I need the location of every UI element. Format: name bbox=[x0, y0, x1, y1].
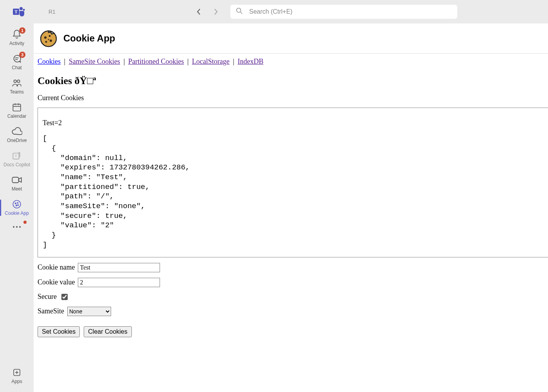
title-bar: T R1 bbox=[0, 0, 548, 23]
svg-point-24 bbox=[19, 226, 21, 228]
sidebar-item-label: Cookie App bbox=[5, 210, 29, 216]
button-row: Set Cookies Clear Cookies bbox=[38, 326, 548, 337]
current-cookies-label: Current Cookies bbox=[38, 94, 548, 102]
sidebar-item-teams[interactable]: Teams bbox=[0, 74, 34, 99]
bell-icon: 1 bbox=[11, 29, 22, 40]
ring-tag: R1 bbox=[49, 9, 56, 15]
cookie-json: [ { "domain": null, "expires": 173278039… bbox=[43, 134, 543, 250]
sidebar-item-label: Calendar bbox=[7, 113, 27, 119]
svg-point-20 bbox=[16, 205, 17, 206]
samesite-row: SameSite None Lax Strict bbox=[38, 307, 548, 316]
nav-link-indexdb[interactable]: IndexDB bbox=[237, 58, 263, 65]
sidebar-item-calendar[interactable]: Calendar bbox=[0, 99, 34, 123]
clear-cookies-button[interactable]: Clear Cookies bbox=[84, 326, 131, 337]
teams-logo-icon: T bbox=[13, 5, 25, 18]
svg-text:T: T bbox=[14, 9, 18, 14]
sidebar-item-more[interactable] bbox=[0, 220, 34, 235]
sidebar-item-label: Meet bbox=[12, 186, 22, 192]
svg-point-19 bbox=[17, 203, 18, 203]
forward-button[interactable] bbox=[213, 9, 219, 14]
app-header: Cookie App bbox=[34, 23, 548, 54]
chat-icon: 3 bbox=[11, 53, 22, 64]
app-title: Cookie App bbox=[63, 33, 115, 44]
nav-link-samesite[interactable]: SameSite Cookies bbox=[69, 58, 120, 65]
back-button[interactable] bbox=[196, 9, 201, 14]
svg-point-17 bbox=[13, 200, 21, 208]
cookie-value-input[interactable] bbox=[78, 278, 160, 287]
svg-point-23 bbox=[16, 226, 18, 228]
cookie-app-logo-icon bbox=[39, 29, 58, 48]
sidebar-item-activity[interactable]: 1 Activity bbox=[0, 26, 34, 50]
nav-separator: | bbox=[184, 58, 192, 65]
cookie-summary: Test=2 bbox=[43, 119, 62, 127]
svg-point-18 bbox=[15, 203, 16, 204]
history-nav bbox=[196, 9, 219, 14]
secure-row: Secure bbox=[38, 293, 548, 301]
nav-link-cookies[interactable]: Cookies bbox=[38, 58, 61, 65]
svg-rect-16 bbox=[12, 177, 18, 183]
sidebar-item-apps[interactable]: Apps bbox=[0, 364, 34, 388]
search-input[interactable] bbox=[248, 8, 452, 16]
samesite-label: SameSite bbox=[38, 307, 64, 315]
svg-text:T: T bbox=[15, 154, 17, 158]
people-icon bbox=[11, 77, 22, 88]
svg-point-22 bbox=[13, 226, 14, 228]
sidebar-item-cookie-app[interactable]: Cookie App bbox=[0, 196, 34, 220]
cookie-value-label: Cookie value bbox=[38, 278, 75, 286]
sidebar-item-label: Docs Copilot bbox=[4, 162, 30, 167]
docs-copilot-icon: T bbox=[11, 150, 22, 161]
svg-point-31 bbox=[50, 40, 52, 42]
nav-separator: | bbox=[61, 58, 69, 65]
video-icon bbox=[11, 174, 22, 185]
cookie-icon bbox=[11, 199, 22, 210]
apps-icon bbox=[11, 367, 22, 378]
sidebar-item-docs-copilot[interactable]: T Docs Copilot bbox=[0, 147, 34, 171]
svg-point-2 bbox=[20, 7, 23, 10]
nav-separator: | bbox=[120, 58, 128, 65]
page-heading: Cookies ðŸ□ª bbox=[38, 75, 548, 87]
calendar-icon bbox=[11, 102, 22, 113]
nav-link-partitioned[interactable]: Partitioned Cookies bbox=[128, 58, 184, 65]
sidebar-item-label: Activity bbox=[9, 41, 24, 46]
chat-badge: 3 bbox=[19, 52, 25, 58]
sidebar-item-label: OneDrive bbox=[7, 138, 27, 143]
set-cookies-button[interactable]: Set Cookies bbox=[38, 326, 80, 337]
nav-link-localstorage[interactable]: LocalStorage bbox=[192, 58, 230, 65]
main-content: Cookie App Cookies | SameSite Cookies | … bbox=[34, 23, 548, 392]
svg-point-8 bbox=[14, 80, 16, 83]
svg-point-32 bbox=[45, 41, 47, 43]
notification-dot-icon bbox=[23, 221, 27, 224]
svg-point-29 bbox=[44, 36, 47, 39]
search-box[interactable] bbox=[230, 5, 457, 19]
samesite-select[interactable]: None Lax Strict bbox=[67, 307, 111, 316]
svg-point-3 bbox=[23, 9, 25, 11]
sidebar-item-chat[interactable]: 3 Chat bbox=[0, 50, 34, 74]
svg-point-33 bbox=[48, 39, 49, 40]
sidebar-item-onedrive[interactable]: OneDrive bbox=[0, 123, 34, 147]
secure-checkbox[interactable] bbox=[61, 294, 68, 300]
svg-point-4 bbox=[237, 8, 241, 13]
svg-point-9 bbox=[17, 80, 20, 83]
activity-badge: 1 bbox=[19, 27, 25, 34]
sidebar-item-label: Apps bbox=[11, 379, 22, 384]
cookie-name-input[interactable] bbox=[78, 263, 160, 272]
sidebar-item-label: Teams bbox=[10, 89, 23, 95]
cookie-value-row: Cookie value bbox=[38, 278, 548, 287]
secure-label: Secure bbox=[38, 293, 57, 301]
svg-rect-10 bbox=[13, 104, 21, 111]
cloud-icon bbox=[11, 126, 22, 137]
more-icon bbox=[11, 221, 22, 232]
svg-point-30 bbox=[49, 35, 51, 37]
sidebar-item-meet[interactable]: Meet bbox=[0, 171, 34, 196]
svg-point-21 bbox=[18, 205, 18, 205]
search-icon bbox=[236, 7, 243, 16]
sidebar-item-label: Chat bbox=[12, 65, 22, 70]
app-rail: 1 Activity 3 Chat Teams Calendar bbox=[0, 23, 34, 392]
svg-line-5 bbox=[241, 12, 243, 14]
page-nav: Cookies | SameSite Cookies | Partitioned… bbox=[34, 57, 548, 66]
cookie-name-row: Cookie name bbox=[38, 263, 548, 272]
cookie-name-label: Cookie name bbox=[38, 263, 75, 272]
nav-separator: | bbox=[230, 58, 238, 65]
cookie-display-box: Test=2[ { "domain": null, "expires": 173… bbox=[38, 108, 548, 257]
